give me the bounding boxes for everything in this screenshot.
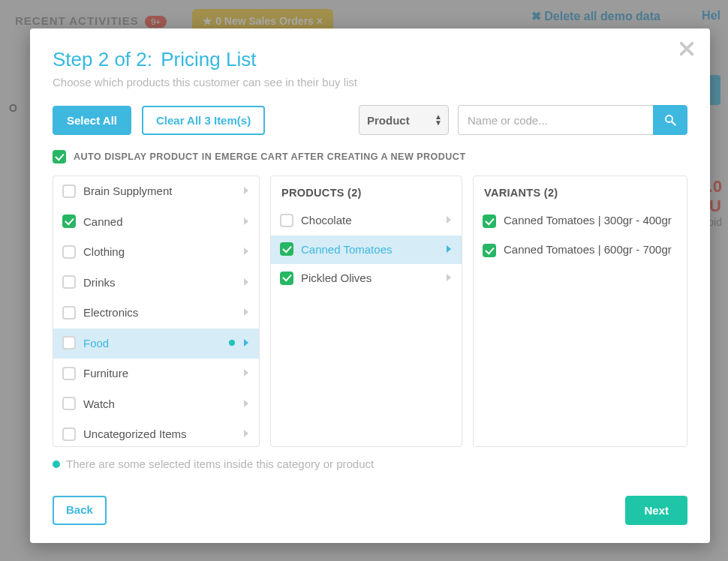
product-label: Chocolate bbox=[301, 213, 438, 228]
legend-dot-icon bbox=[53, 460, 60, 468]
chevron-right-icon bbox=[242, 245, 250, 258]
categories-column: Brain SupplymentCannedClothingDrinksElec… bbox=[53, 176, 260, 447]
clear-all-button[interactable]: Clear All 3 Item(s) bbox=[142, 106, 265, 135]
category-checkbox[interactable] bbox=[62, 336, 76, 350]
product-row[interactable]: Canned Tomatoes bbox=[271, 236, 462, 265]
filter-type-value: Product bbox=[367, 114, 410, 127]
variants-column: VARIANTS (2) Canned Tomatoes | 300gr - 4… bbox=[473, 176, 687, 447]
next-button[interactable]: Next bbox=[625, 496, 687, 525]
chevron-right-icon bbox=[242, 276, 250, 289]
category-label: Drinks bbox=[83, 275, 235, 290]
category-row[interactable]: Clothing bbox=[53, 237, 259, 268]
category-label: Brain Supplyment bbox=[83, 184, 235, 199]
product-checkbox[interactable] bbox=[280, 272, 293, 285]
category-row[interactable]: Uncategorized Items bbox=[53, 419, 259, 446]
category-label: Canned bbox=[83, 214, 235, 230]
modal-subtitle: Choose which products this customer can … bbox=[53, 76, 687, 88]
search-button[interactable] bbox=[653, 105, 687, 135]
category-row[interactable]: Electronics bbox=[53, 298, 259, 328]
close-icon[interactable] bbox=[678, 40, 695, 60]
chevron-right-icon bbox=[445, 214, 453, 226]
variant-label: Canned Tomatoes | 300gr - 400gr bbox=[504, 213, 672, 228]
category-label: Clothing bbox=[83, 244, 235, 260]
variant-row[interactable]: Canned Tomatoes | 600gr - 700gr bbox=[474, 236, 687, 265]
back-button[interactable]: Back bbox=[53, 496, 107, 525]
chevron-right-icon bbox=[242, 306, 250, 319]
category-label: Watch bbox=[83, 397, 235, 412]
category-row[interactable]: Drinks bbox=[53, 268, 259, 298]
pricing-list-modal: Step 2 of 2: Pricing List Choose which p… bbox=[30, 28, 710, 543]
title-text: Pricing List bbox=[161, 48, 256, 70]
search-input[interactable] bbox=[458, 105, 653, 135]
svg-line-1 bbox=[672, 122, 675, 125]
chevron-right-icon bbox=[242, 184, 250, 197]
category-label: Electronics bbox=[83, 305, 235, 320]
chevron-right-icon bbox=[242, 337, 250, 350]
legend-text: There are some selected items inside thi… bbox=[66, 458, 374, 470]
category-label: Furniture bbox=[83, 366, 235, 381]
category-label: Food bbox=[83, 336, 218, 351]
product-row[interactable]: Pickled Olives bbox=[271, 264, 462, 293]
products-column: PRODUCTS (2) ChocolateCanned TomatoesPic… bbox=[270, 176, 462, 447]
chevron-right-icon bbox=[242, 428, 250, 440]
variants-header: VARIANTS (2) bbox=[474, 176, 687, 206]
product-checkbox[interactable] bbox=[280, 242, 293, 256]
legend-note: There are some selected items inside thi… bbox=[53, 458, 687, 470]
category-checkbox[interactable] bbox=[62, 214, 76, 228]
chevron-right-icon bbox=[242, 215, 250, 228]
category-checkbox[interactable] bbox=[62, 397, 76, 410]
category-row[interactable]: Canned bbox=[53, 207, 259, 238]
auto-display-label: AUTO DISPLAY PRODUCT IN EMERGE CART AFTE… bbox=[74, 152, 466, 162]
product-label: Pickled Olives bbox=[301, 271, 438, 286]
step-prefix: Step 2 of 2: bbox=[53, 48, 152, 70]
category-label: Uncategorized Items bbox=[83, 427, 235, 442]
modal-title: Step 2 of 2: Pricing List bbox=[53, 48, 687, 71]
category-row[interactable]: Brain Supplyment bbox=[53, 176, 259, 207]
chevron-right-icon bbox=[242, 367, 250, 380]
variant-row[interactable]: Canned Tomatoes | 300gr - 400gr bbox=[474, 206, 687, 236]
chevron-right-icon bbox=[445, 272, 453, 284]
product-checkbox[interactable] bbox=[280, 214, 293, 227]
category-checkbox[interactable] bbox=[62, 428, 76, 441]
product-label: Canned Tomatoes bbox=[301, 242, 438, 257]
auto-display-checkbox[interactable] bbox=[53, 150, 66, 164]
category-row[interactable]: Furniture bbox=[53, 358, 259, 389]
search-icon bbox=[663, 113, 677, 127]
category-checkbox[interactable] bbox=[62, 184, 76, 198]
variant-label: Canned Tomatoes | 600gr - 700gr bbox=[504, 242, 672, 257]
variant-checkbox[interactable] bbox=[483, 244, 496, 257]
product-row[interactable]: Chocolate bbox=[271, 206, 462, 236]
category-row[interactable]: Watch bbox=[53, 389, 259, 420]
chevron-right-icon bbox=[242, 398, 250, 410]
variant-checkbox[interactable] bbox=[483, 214, 496, 228]
chevron-right-icon bbox=[445, 243, 453, 256]
category-checkbox[interactable] bbox=[62, 306, 76, 320]
products-header: PRODUCTS (2) bbox=[271, 176, 462, 206]
category-checkbox[interactable] bbox=[62, 275, 76, 289]
category-checkbox[interactable] bbox=[62, 367, 76, 380]
filter-type-select[interactable]: Product ▲▼ bbox=[359, 105, 449, 135]
select-caret-icon: ▲▼ bbox=[435, 114, 442, 126]
category-checkbox[interactable] bbox=[62, 245, 76, 259]
has-selection-dot-icon bbox=[229, 340, 235, 346]
category-row[interactable]: Food bbox=[53, 328, 259, 359]
select-all-button[interactable]: Select All bbox=[53, 106, 131, 135]
